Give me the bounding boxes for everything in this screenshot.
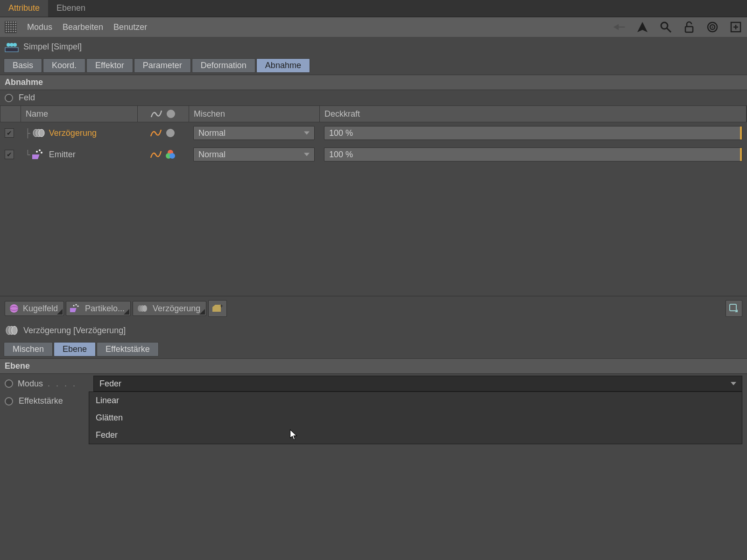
- field-breadcrumb: Kugelfeld Partikelo... Verzögerung +: [0, 296, 747, 321]
- tree-line-icon: ├: [25, 128, 30, 138]
- field-row[interactable]: ✔ ├ Verzögerung Normal 100 %: [0, 122, 747, 144]
- svg-rect-35: [730, 304, 736, 311]
- delay-field-icon: [5, 325, 19, 336]
- svg-point-12: [13, 43, 17, 47]
- svg-text:+: +: [220, 303, 223, 309]
- header-deckkraft: Deckkraft: [320, 106, 747, 122]
- sub-object-title: Verzögerung [Verzögerung]: [23, 326, 126, 336]
- modus-option-feder[interactable]: Feder: [89, 427, 742, 444]
- value-channel-icon[interactable]: [150, 128, 162, 138]
- svg-point-24: [169, 153, 175, 159]
- row-mix-dropdown[interactable]: Normal: [193, 147, 315, 161]
- svg-point-33: [142, 305, 147, 312]
- modus-option-glaetten[interactable]: Glätten: [89, 409, 742, 427]
- add-panel-icon[interactable]: [729, 21, 742, 34]
- modus-dropdown-menu: Linear Glätten Feder: [89, 392, 742, 444]
- back-arrow-icon[interactable]: [613, 21, 626, 34]
- svg-line-1: [667, 28, 671, 32]
- svg-rect-2: [685, 27, 693, 32]
- anim-dot-icon[interactable]: [5, 397, 13, 406]
- svg-point-21: [41, 152, 42, 154]
- crumb-label: Verzögerung: [153, 304, 200, 314]
- svg-point-13: [167, 110, 175, 118]
- menu-bar: Modus Bearbeiten Benutzer: [0, 17, 747, 37]
- svg-point-19: [36, 151, 38, 153]
- label-feld: Feld: [19, 93, 35, 103]
- field-list-header: Name Mischen Deckkraft: [0, 105, 747, 122]
- svg-point-29: [75, 304, 77, 305]
- tab-abnahme[interactable]: Abnahme: [256, 58, 310, 73]
- up-arrow-icon[interactable]: [636, 21, 649, 34]
- modus-dropdown[interactable]: Feder: [93, 376, 742, 392]
- sub-attribute-tabs: Mischen Ebene Effektstärke: [0, 340, 747, 358]
- row-enable-checkbox[interactable]: ✔: [5, 150, 14, 159]
- header-name: Name: [21, 106, 138, 122]
- svg-point-16: [39, 129, 44, 137]
- goto-object-button[interactable]: [726, 300, 742, 317]
- svg-point-28: [73, 305, 74, 306]
- tab-effektstaerke[interactable]: Effektstärke: [97, 342, 159, 357]
- row-opacity-field[interactable]: 100 %: [324, 126, 742, 140]
- header-channel-icons: [138, 106, 189, 122]
- prop-feld: Feld: [0, 90, 747, 105]
- panel-tab-strip: Attribute Ebenen: [0, 0, 747, 17]
- field-row[interactable]: ✔ └ Emitter Normal 100 %: [0, 144, 747, 165]
- lock-open-icon[interactable]: [683, 21, 696, 34]
- tab-mischen[interactable]: Mischen: [4, 342, 53, 357]
- tab-ebenen[interactable]: Ebenen: [48, 0, 94, 17]
- target-icon[interactable]: [706, 21, 719, 34]
- field-list-empty-area[interactable]: [0, 165, 747, 296]
- label-modus: Modus: [18, 379, 43, 389]
- svg-point-38: [12, 326, 17, 335]
- svg-rect-18: [32, 154, 40, 159]
- tab-parameter[interactable]: Parameter: [134, 58, 191, 73]
- tab-ebene[interactable]: Ebene: [54, 342, 96, 357]
- emitter-field-icon: [32, 149, 45, 160]
- svg-rect-9: [5, 48, 18, 52]
- svg-point-17: [166, 129, 175, 137]
- tab-deformation[interactable]: Deformation: [192, 58, 255, 73]
- row-mix-dropdown[interactable]: Normal: [193, 126, 315, 140]
- header-mischen: Mischen: [189, 106, 320, 122]
- tree-line-icon: └: [25, 150, 30, 160]
- header-enable: [0, 106, 21, 122]
- svg-point-30: [77, 305, 78, 307]
- attribute-tabs: Basis Koord. Effektor Parameter Deformat…: [0, 56, 747, 75]
- tab-effektor[interactable]: Effektor: [86, 58, 133, 73]
- row-enable-checkbox[interactable]: ✔: [5, 128, 14, 138]
- tab-attribute[interactable]: Attribute: [0, 0, 48, 17]
- svg-point-25: [10, 304, 18, 313]
- crumb-kugelfeld[interactable]: Kugelfeld: [5, 301, 64, 316]
- color-channel-icon[interactable]: [165, 149, 176, 160]
- crumb-partikelobjekt[interactable]: Partikelo...: [66, 301, 131, 316]
- value-channel-icon[interactable]: [150, 149, 162, 160]
- label-dots: . . . .: [48, 379, 77, 389]
- svg-point-0: [661, 22, 668, 29]
- prop-modus: Modus . . . . Feder Linear Glätten Feder: [0, 374, 747, 393]
- add-field-button[interactable]: +: [208, 300, 227, 317]
- crumb-verzoegerung[interactable]: Verzögerung: [133, 301, 206, 316]
- search-icon[interactable]: [659, 21, 672, 34]
- svg-point-5: [712, 27, 713, 28]
- svg-point-20: [39, 149, 41, 151]
- menu-modus[interactable]: Modus: [27, 22, 52, 32]
- color-channel-icon[interactable]: [165, 127, 176, 139]
- menu-bearbeiten[interactable]: Bearbeiten: [63, 22, 103, 32]
- row-name[interactable]: Verzögerung: [49, 128, 97, 138]
- menu-benutzer[interactable]: Benutzer: [113, 22, 147, 32]
- grid-icon[interactable]: [5, 21, 17, 33]
- svg-point-11: [10, 43, 14, 47]
- tab-koord[interactable]: Koord.: [43, 58, 85, 73]
- sub-object-header: Verzögerung [Verzögerung]: [0, 321, 747, 340]
- svg-rect-27: [70, 308, 77, 312]
- field-list: Name Mischen Deckkraft ✔ ├ Verzögerung N…: [0, 105, 747, 165]
- section-header-ebene: Ebene: [0, 358, 747, 374]
- row-name[interactable]: Emitter: [49, 150, 76, 160]
- anim-dot-icon[interactable]: [5, 379, 13, 388]
- row-opacity-field[interactable]: 100 %: [324, 147, 742, 161]
- crumb-label: Kugelfeld: [23, 304, 58, 314]
- tab-basis[interactable]: Basis: [4, 58, 42, 73]
- object-title: Simpel [Simpel]: [23, 42, 82, 52]
- modus-option-linear[interactable]: Linear: [89, 392, 742, 409]
- anim-dot-icon[interactable]: [5, 94, 13, 102]
